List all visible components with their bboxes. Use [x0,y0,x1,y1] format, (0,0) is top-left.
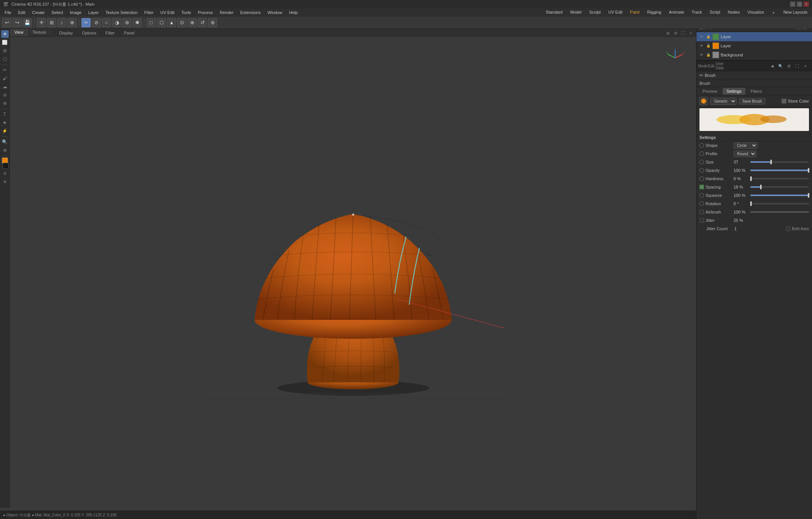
rpanel-div-back[interactable]: ◀ [769,62,776,69]
layer-row-1[interactable]: 👁 🔓 Layer [696,32,812,41]
toolbar-scale[interactable]: ⊞ [47,18,56,27]
tool-select-lasso[interactable]: ⊞ [1,47,9,55]
toolbar-star[interactable]: ✱ [133,18,142,27]
rpanel-div-search[interactable]: 🔍 [777,62,784,69]
menu-select[interactable]: Select [49,9,66,16]
layout-track[interactable]: Track [689,9,705,16]
vp-ctrl-close[interactable]: × [688,30,694,36]
shape-radio[interactable] [699,143,704,148]
tool-select-box[interactable]: ⬜ [1,39,9,46]
tool-star[interactable]: ★ [1,119,9,126]
layer-row-3[interactable]: 👁 🔓 Background [696,50,812,59]
toolbar-save[interactable]: 💾 [23,18,32,27]
menu-layer[interactable]: Layer [85,9,102,16]
vp-ctrl-1[interactable]: ⊞ [665,30,671,36]
size-slider[interactable] [750,161,809,163]
rpanel-div-userdata[interactable]: User Data [716,62,723,69]
minimize-button[interactable]: − [790,2,795,7]
spacing-checkbox[interactable]: ✓ [699,185,704,189]
tool-move[interactable]: ✛ [1,30,9,38]
tool-fill[interactable]: ⊕ [1,100,9,107]
opacity-slider-brush[interactable] [750,170,809,171]
tool-color-bg[interactable] [3,163,9,169]
profile-radio[interactable] [699,151,704,156]
store-color-checkbox[interactable]: ✓ [782,99,786,103]
rpanel-div-edit[interactable]: Edit [708,62,715,69]
both-axes-checkbox[interactable] [786,226,790,231]
layout-visualize[interactable]: Visualize [745,9,767,16]
vp-ctrl-fullscreen[interactable]: ⛶ [680,30,686,36]
rpanel-div-more[interactable]: ≡ [802,62,809,69]
tool-eraser[interactable]: ⊘ [1,91,9,99]
brush-mini-preview[interactable] [699,97,708,105]
layer-1-visibility[interactable]: 👁 [699,34,704,39]
layer-row-2[interactable]: 👁 🔓 Layer [696,41,812,50]
menu-extensions[interactable]: Extensions [237,9,264,16]
layer-2-visibility[interactable]: 👁 [699,43,704,48]
viewport[interactable]: View Cameras Display Options Filter Pane… [10,29,696,508]
tool-zoom-in[interactable]: ⊕ [1,147,9,154]
brush-tab-settings[interactable]: Settings [723,88,745,95]
tool-extra1[interactable]: ⊞ [1,170,9,177]
layout-standard[interactable]: Standard [543,9,566,16]
close-button[interactable]: × [804,2,809,7]
toolbar-circ2[interactable]: ⊙ [177,18,186,27]
layout-plus[interactable]: ＋ [768,9,779,16]
new-layouts-button[interactable]: New Layouts [780,9,810,16]
tool-shape[interactable]: ⚡ [1,127,9,135]
tool-text[interactable]: T [1,111,9,118]
hardness-slider[interactable] [750,178,809,179]
toolbar-transform[interactable]: ⊕ [67,18,77,27]
rpanel-div-filter[interactable]: ⊞ [785,62,792,69]
spacing-slider[interactable] [750,186,809,188]
menu-window[interactable]: Window [264,9,285,16]
vp-tab-panel[interactable]: Panel [121,30,138,36]
profile-dropdown[interactable]: Round Linear [734,151,756,157]
layout-sculpt[interactable]: Sculpt [586,9,604,16]
toolbar-clone[interactable]: ⊛ [122,18,131,27]
size-radio[interactable] [699,160,704,164]
vp-tab-display[interactable]: Display [56,30,76,36]
rotation-radio[interactable] [699,201,704,206]
hardness-radio[interactable] [699,176,704,181]
toolbar-rotate[interactable]: ↕ [57,18,66,27]
layer-2-lock[interactable]: 🔓 [706,43,711,48]
airbrush-slider[interactable] [750,211,809,213]
toolbar-plus2[interactable]: ⊕ [188,18,197,27]
vp-tab-options[interactable]: Options [79,30,99,36]
layout-animate[interactable]: Animate [666,9,687,16]
rpanel-div-mode[interactable]: Mode [699,62,706,69]
modetab-view[interactable]: View [10,29,28,36]
toolbar-tri[interactable]: ▲ [167,18,176,27]
layout-model[interactable]: Model [567,9,585,16]
maximize-button[interactable]: □ [797,2,802,7]
layout-uv-edit[interactable]: UV Edit [605,9,626,16]
tool-extra2[interactable]: ⊠ [1,178,9,185]
toolbar-circle[interactable]: ○ [102,18,111,27]
menu-file[interactable]: File [2,9,14,16]
toolbar-star2[interactable]: ⊛ [208,18,217,27]
tool-brush[interactable]: 🖌 [1,75,9,82]
tool-select-poly[interactable]: ⬡ [1,55,9,63]
squeeze-slider[interactable] [750,195,809,196]
toolbar-fill[interactable]: ◑ [112,18,121,27]
layout-nodes[interactable]: Nodes [725,9,743,16]
toolbar-paint[interactable]: ✏ [81,18,91,27]
jitter-checkbox[interactable] [699,218,704,223]
layout-rigging[interactable]: Rigging [644,9,664,16]
menu-create[interactable]: Create [29,9,48,16]
opacity-radio[interactable] [699,168,704,173]
shape-dropdown[interactable]: Circle Square [734,142,757,149]
airbrush-checkbox[interactable] [699,210,704,214]
vp-ctrl-2[interactable]: ⚙ [673,30,679,36]
brush-type-dropdown[interactable]: Generic [710,98,737,105]
layer-3-lock[interactable]: 🔓 [706,52,711,58]
menu-help[interactable]: Help [286,9,301,16]
menu-render[interactable]: Render [217,9,236,16]
tool-zoom[interactable]: 🔍 [1,138,9,146]
toolbar-erase[interactable]: ⊘ [92,18,101,27]
modetab-texture[interactable]: Texture [28,29,51,36]
tool-smudge[interactable]: ☁ [1,83,9,90]
brush-tab-filters[interactable]: Filters [747,88,766,95]
menu-image[interactable]: Image [67,9,84,16]
